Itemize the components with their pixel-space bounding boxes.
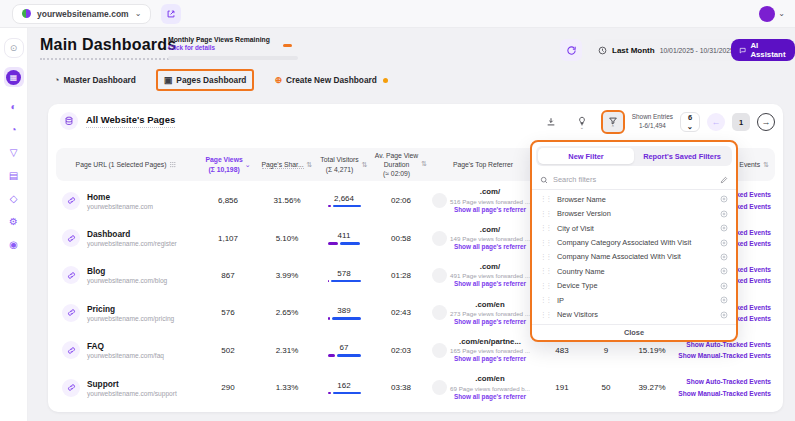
tab-create-new-dashboard[interactable]: ⊕ Create New Dashboard <box>268 71 393 89</box>
plus-circle-icon[interactable] <box>720 195 728 203</box>
col-page-share[interactable]: Page's Shar... ⇅ <box>260 161 314 169</box>
grid-dots-icon <box>169 161 176 168</box>
filter-item-country-name[interactable]: ⋮⋮Country Name <box>532 264 736 278</box>
count-value: 9 <box>586 346 626 355</box>
table-row[interactable]: Supportyourwebsitename.com/support 290 1… <box>56 369 775 406</box>
plus-circle-icon[interactable] <box>720 224 728 232</box>
notification-dot <box>383 78 388 83</box>
visitors-bar <box>328 317 361 320</box>
show-all-referrer-link[interactable]: Show all page's referrer <box>450 393 530 401</box>
filter-item-browser-name[interactable]: ⋮⋮Browser Name <box>532 192 736 206</box>
pagination-prev-button[interactable]: ← <box>707 113 725 131</box>
filter-button[interactable]: ⌃ <box>601 110 625 134</box>
bar-purple <box>328 354 335 357</box>
top-bar: yourwebsitename.com ⌄ ⌄ <box>0 0 795 28</box>
sidebar-item-recordings[interactable]: ◔ <box>4 119 24 139</box>
sidebar-item-funnels[interactable]: ▽ <box>4 142 24 162</box>
link-icon <box>62 229 80 247</box>
show-all-referrer-link[interactable]: Show all page's referrer <box>450 318 530 326</box>
page-cell: Pricingyourwebsitename.com/pricing <box>56 304 196 322</box>
pagination-page-1[interactable]: 1 <box>732 113 750 131</box>
pages-icon: ▣ <box>164 75 173 85</box>
plus-circle-icon[interactable] <box>720 210 728 218</box>
col-top-referrer[interactable]: Page's Top Referrer <box>428 161 538 168</box>
funnels-icon: ▽ <box>10 147 18 158</box>
col-page-url[interactable]: Page URL (1 Selected Pages) <box>56 161 196 168</box>
referrer-favicon <box>432 343 447 358</box>
pencil-icon[interactable] <box>720 176 728 184</box>
plus-circle-icon[interactable] <box>720 267 728 275</box>
tab-saved-filters[interactable]: Report's Saved Filters <box>634 148 730 164</box>
link-icon <box>62 192 80 210</box>
ai-assistant-button[interactable]: AI Assistant <box>731 39 795 61</box>
tab-new-filter[interactable]: New Filter <box>538 148 634 164</box>
drag-handle-icon[interactable]: ⋮⋮ <box>540 239 551 247</box>
filter-close-button[interactable]: Close <box>532 324 736 340</box>
page-views-value: 290 <box>196 383 260 392</box>
tab-master-dashboard[interactable]: ◔ Master Dashboard <box>48 71 142 89</box>
page-name: Blog <box>87 266 167 276</box>
sidebar-item-heatmaps[interactable]: ◐ <box>4 96 24 116</box>
sidebar-item-profile[interactable]: ◉ <box>4 234 24 254</box>
tab-pages-dashboard[interactable]: ▣ Pages Dashboard <box>156 69 255 91</box>
date-range-picker[interactable]: Last Month 10/01/2025 - 10/31/2025 ⌄ <box>590 39 753 61</box>
site-selector[interactable]: yourwebsitename.com ⌄ <box>12 4 151 24</box>
referrer-info: 516 Page views forwarded ... <box>450 198 530 206</box>
show-manual-tracked-link[interactable]: Show Manual-Tracked Events <box>678 388 771 399</box>
export-button[interactable] <box>539 110 563 134</box>
pagination-next-button[interactable]: → <box>757 113 775 131</box>
plus-circle-icon[interactable] <box>720 296 728 304</box>
sidebar-item-collapse[interactable]: ⊙ <box>4 38 24 58</box>
sidebar-item-settings[interactable]: ⚙ <box>4 211 24 231</box>
chevron-down-icon: ⌄ <box>687 122 693 131</box>
col-total-visitors[interactable]: Total Visitors(Σ 4,271) ⇅ <box>314 155 374 173</box>
drag-handle-icon[interactable]: ⋮⋮ <box>540 267 551 275</box>
tab-pages-label: Pages Dashboard <box>176 75 246 85</box>
quota-details-link[interactable]: Click for details <box>168 44 298 51</box>
sort-icon: ⇅ <box>307 161 313 169</box>
plus-circle-icon[interactable] <box>720 253 728 261</box>
filter-item-device-type[interactable]: ⋮⋮Device Type <box>532 279 736 293</box>
plus-circle-icon[interactable] <box>720 282 728 290</box>
filter-item-label: Company Category Associated With Visit <box>557 238 691 247</box>
show-auto-tracked-link[interactable]: Show Auto-Tracked Events <box>678 376 771 387</box>
plus-circle-icon[interactable] <box>720 311 728 319</box>
drag-handle-icon[interactable]: ⋮⋮ <box>540 210 551 218</box>
col-page-views[interactable]: Page Views(Σ 10,198) ⌄ <box>196 155 260 173</box>
drag-handle-icon[interactable]: ⋮⋮ <box>540 311 551 319</box>
show-all-referrer-link[interactable]: Show all page's referrer <box>450 206 530 214</box>
refresh-button[interactable] <box>560 39 582 61</box>
filter-item-company-category[interactable]: ⋮⋮Company Category Associated With Visit <box>532 235 736 249</box>
filter-search-input[interactable] <box>553 175 715 184</box>
sidebar-item-feedback[interactable]: ▤ <box>4 165 24 185</box>
filter-item-browser-version[interactable]: ⋮⋮Browser Version <box>532 206 736 220</box>
drag-handle-icon[interactable]: ⋮⋮ <box>540 253 551 261</box>
filter-item-city-of-visit[interactable]: ⋮⋮City of Visit <box>532 221 736 235</box>
insights-button[interactable]: ⌄ <box>570 110 594 134</box>
show-all-referrer-link[interactable]: Show all page's referrer <box>450 243 530 251</box>
page-share-value: 31.56% <box>260 196 314 205</box>
open-website-button[interactable] <box>161 4 181 24</box>
page-title: Main Dashboards <box>40 36 176 60</box>
user-menu[interactable]: ⌄ <box>759 6 785 22</box>
col-page-views-total: (Σ 10,198) <box>208 166 239 173</box>
drag-handle-icon[interactable]: ⋮⋮ <box>540 296 551 304</box>
drag-handle-icon[interactable]: ⋮⋮ <box>540 224 551 232</box>
filter-item-company-name[interactable]: ⋮⋮Company Name Associated With Visit <box>532 250 736 264</box>
filter-item-label: Country Name <box>557 267 605 276</box>
drag-handle-icon[interactable]: ⋮⋮ <box>540 195 551 203</box>
feedback-icon: ▤ <box>9 170 18 181</box>
bar-blue <box>331 280 361 283</box>
filter-item-ip[interactable]: ⋮⋮IP <box>532 293 736 307</box>
sidebar-item-privacy[interactable]: ◇ <box>4 188 24 208</box>
filter-item-new-visitors[interactable]: ⋮⋮New Visitors <box>532 308 736 322</box>
show-all-referrer-link[interactable]: Show all page's referrer <box>450 280 530 288</box>
page-size-select[interactable]: 6 ⌄ <box>680 112 700 132</box>
show-manual-tracked-link[interactable]: Show Manual-Tracked Events <box>678 350 771 361</box>
drag-handle-icon[interactable]: ⋮⋮ <box>540 282 551 290</box>
filter-item-label: Browser Name <box>557 195 606 204</box>
show-all-referrer-link[interactable]: Show all page's referrer <box>450 355 530 363</box>
sidebar-item-dashboards[interactable]: ▦ <box>4 67 24 87</box>
plus-circle-icon[interactable] <box>720 239 728 247</box>
col-avg-duration[interactable]: Av. Page ViewDuration(≈ 02:09) ⇅ <box>374 151 428 179</box>
